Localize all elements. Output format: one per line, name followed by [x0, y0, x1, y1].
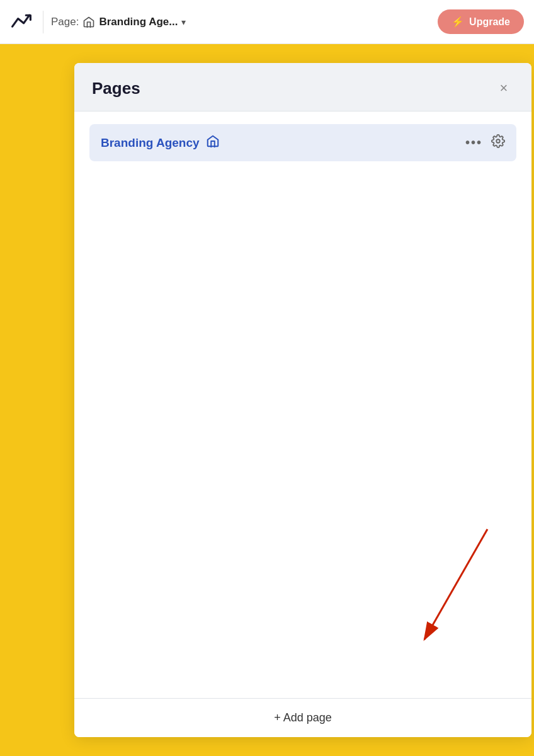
page-name-text: Branding Agency [101, 136, 200, 150]
add-page-label: + Add page [274, 711, 332, 724]
close-icon: × [500, 80, 508, 96]
panel-title: Pages [92, 79, 140, 98]
settings-icon[interactable] [491, 134, 505, 151]
page-item-actions: ••• [465, 134, 505, 151]
pages-panel: Pages × Branding Agency [74, 63, 531, 737]
home-icon [82, 16, 95, 28]
add-page-button[interactable]: + Add page [274, 711, 332, 724]
current-page-name: Branding Age... [99, 16, 178, 28]
upgrade-button[interactable]: ⚡ Upgrade [438, 9, 524, 34]
top-bar: Page: Branding Age... ▾ ⚡ Upgrade [0, 0, 534, 44]
page-label: Page: [51, 16, 79, 28]
more-options-button[interactable]: ••• [465, 135, 482, 150]
chevron-down-icon[interactable]: ▾ [181, 17, 186, 27]
page-item-name: Branding Agency [101, 134, 465, 151]
home-icon-page [206, 134, 220, 151]
app-logo [10, 11, 33, 33]
main-content: Pages × Branding Agency [0, 44, 534, 756]
upgrade-label: Upgrade [469, 16, 510, 28]
svg-point-0 [496, 139, 500, 143]
page-list-item[interactable]: Branding Agency ••• [89, 124, 516, 161]
panel-body: Branding Agency ••• [74, 112, 531, 698]
close-button[interactable]: × [494, 78, 514, 98]
bolt-icon: ⚡ [452, 16, 464, 28]
panel-footer: + Add page [74, 698, 531, 737]
panel-header: Pages × [74, 63, 531, 112]
breadcrumb: Page: Branding Age... ▾ [51, 16, 430, 28]
logo-area [10, 11, 43, 33]
